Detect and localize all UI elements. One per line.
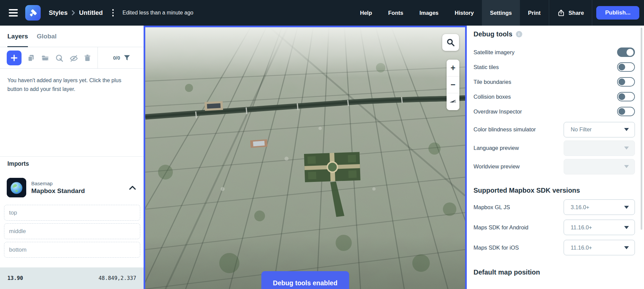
toggle-row: Tile boundaries [473, 74, 635, 89]
toggle-knob [618, 108, 625, 115]
tab-layers[interactable]: Layers [7, 26, 28, 47]
map-canvas[interactable]: + − Debug tools enabled [144, 26, 467, 289]
nav-print[interactable]: Print [520, 0, 549, 26]
zoom-out-button[interactable]: − [447, 76, 459, 93]
debug-tools-toast: Debug tools enabled [261, 271, 349, 289]
edited-status: Edited less than a minute ago [122, 10, 193, 16]
toggle-row: Satellite imagery [473, 45, 635, 60]
caret-down-icon [624, 206, 629, 209]
select-value: 11.16.0+ [571, 245, 592, 251]
mapbox-studio-logo[interactable] [25, 5, 41, 21]
panel-scrollbar[interactable] [641, 28, 642, 230]
tile-boundaries-label: Tile boundaries [473, 79, 511, 85]
delete-layer-trash-icon[interactable] [83, 54, 91, 62]
navbar-right: Help Fonts Images History Settings Print… [352, 0, 644, 26]
breadcrumb-style-title: Untitled [79, 9, 103, 17]
menu-icon[interactable] [9, 9, 18, 17]
settings-panel: Debug tools Satellite imagery Static til… [467, 26, 644, 289]
sdk-row: Mapbox GL JS 3.16.0+ [473, 197, 635, 217]
toggle-knob [618, 93, 625, 100]
default-map-position-heading: Default map position [473, 268, 635, 276]
chevron-right-icon [71, 10, 76, 16]
section-divider [0, 156, 144, 157]
static-tiles-toggle[interactable] [617, 62, 635, 72]
satellite-imagery-label: Satellite imagery [473, 49, 515, 56]
basemap-import-row[interactable]: Basemap Mapbox Standard [7, 178, 138, 198]
overdraw-inspector-toggle[interactable] [617, 107, 635, 116]
map-zoom-control: + − [447, 60, 459, 110]
basemap-label: Basemap [31, 181, 85, 186]
layers-toolbar: 0/0 [0, 47, 144, 69]
maps-sdk-android-select[interactable]: 11.16.0+ [564, 220, 635, 235]
overdraw-inspector-label: Overdraw Inspector [473, 108, 522, 115]
zoom-in-button[interactable]: + [447, 60, 459, 76]
chevron-up-icon[interactable] [127, 184, 138, 192]
group-folder-icon[interactable] [41, 54, 49, 62]
collision-boxes-label: Collision boxes [473, 94, 511, 100]
caret-down-icon [624, 128, 629, 131]
nav-images[interactable]: Images [411, 0, 447, 26]
add-layer-button[interactable] [7, 51, 22, 65]
debug-tools-heading: Debug tools [473, 30, 513, 38]
sdk-row: Maps SDK for iOS 11.16.0+ [473, 237, 635, 258]
style-options-kebab-icon[interactable] [110, 8, 116, 18]
tab-global[interactable]: Global [37, 26, 56, 47]
duplicate-layer-icon[interactable] [27, 54, 35, 62]
sdk-row: Maps SDK for Android 11.16.0+ [473, 217, 635, 237]
compass-icon [449, 98, 457, 106]
slot-middle[interactable]: middle [4, 223, 140, 239]
nav-fonts[interactable]: Fonts [380, 0, 411, 26]
share-button[interactable]: Share [549, 0, 592, 26]
satellite-imagery-toggle[interactable] [617, 47, 635, 57]
breadcrumb-styles[interactable]: Styles [49, 9, 68, 17]
share-icon [557, 9, 565, 17]
share-label: Share [569, 10, 584, 16]
static-tiles-label: Static tiles [473, 64, 499, 70]
compass-button[interactable] [447, 93, 459, 110]
breadcrumb: Styles Untitled [49, 8, 116, 18]
layer-tools [27, 54, 91, 62]
caret-down-icon [624, 147, 629, 150]
mapbox-gl-js-select[interactable]: 3.16.0+ [564, 199, 635, 215]
color-blindness-label: Color blindness simulator [473, 126, 536, 133]
select-row: Color blindness simulator No Filter [473, 120, 635, 139]
maps-sdk-android-label: Maps SDK for Android [473, 224, 528, 231]
caret-down-icon [624, 165, 629, 168]
slot-top[interactable]: top [4, 205, 140, 221]
toggle-knob [627, 49, 634, 56]
info-icon[interactable] [516, 31, 522, 37]
tile-boundaries-toggle[interactable] [617, 77, 635, 87]
select-row: Language preview [473, 139, 635, 157]
nav-settings[interactable]: Settings [482, 0, 520, 26]
publish-button[interactable]: Publish... [596, 6, 639, 20]
toggle-knob [618, 78, 625, 85]
zoom-level-value: 13.90 [7, 275, 23, 281]
maps-sdk-ios-label: Maps SDK for iOS [473, 245, 519, 251]
basemap-name: Mapbox Standard [31, 187, 85, 195]
toggle-row: Overdraw Inspector [473, 104, 635, 119]
nav-history[interactable]: History [447, 0, 482, 26]
nav-help[interactable]: Help [352, 0, 380, 26]
toggle-knob [618, 64, 625, 70]
sidebar-tabs: Layers Global [0, 26, 144, 47]
layer-filter-area: 0/0 [98, 47, 144, 68]
worldview-preview-label: Worldview preview [473, 163, 520, 170]
toggle-row: Static tiles [473, 60, 635, 74]
collision-boxes-toggle[interactable] [617, 92, 635, 101]
search-icon [446, 38, 455, 47]
mapbox-gl-js-label: Mapbox GL JS [473, 204, 510, 211]
satellite-map-image [145, 27, 465, 289]
map-search-button[interactable] [442, 34, 459, 51]
select-value: 11.16.0+ [571, 224, 592, 231]
maps-sdk-ios-select[interactable]: 11.16.0+ [564, 240, 635, 255]
basemap-thumbnail [7, 178, 26, 197]
top-navbar: Styles Untitled Edited less than a minut… [0, 0, 644, 26]
slot-bottom[interactable]: bottom [4, 242, 140, 258]
filter-funnel-icon[interactable] [123, 54, 131, 62]
color-blindness-select[interactable]: No Filter [564, 122, 635, 137]
imports-heading: Imports [7, 160, 29, 167]
select-mode-icon[interactable] [55, 54, 63, 62]
hide-layer-eye-off-icon[interactable] [69, 54, 77, 62]
language-preview-label: Language preview [473, 145, 519, 151]
mapbox-studio-app: Styles Untitled Edited less than a minut… [0, 0, 644, 289]
